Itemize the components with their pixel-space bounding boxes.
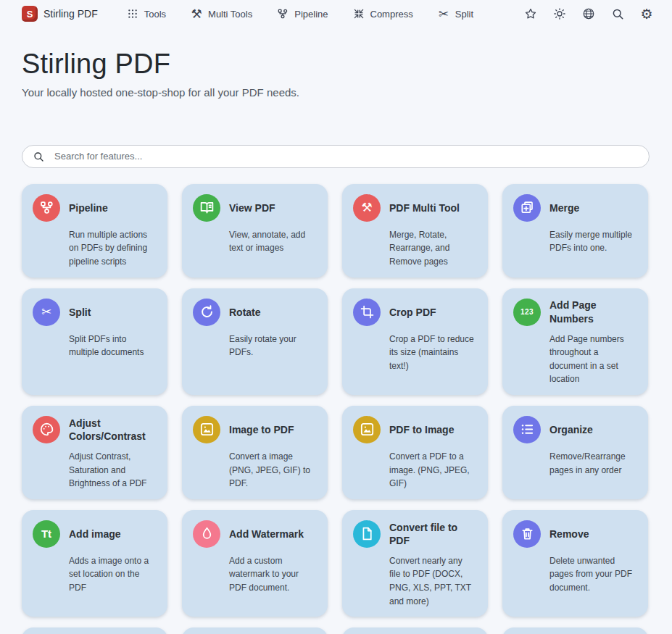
card-description: Remove/Rearrange pages in any order <box>549 450 637 477</box>
file-icon <box>353 520 381 548</box>
card-title: View PDF <box>229 201 275 214</box>
card-title: Rotate <box>229 306 261 319</box>
image-icon <box>193 416 220 443</box>
stirling-logo-icon: S <box>22 6 38 22</box>
card-crop-pdf[interactable]: Crop PDF Crop a PDF to reduce its size (… <box>342 288 488 395</box>
merge-pages-icon <box>513 194 541 222</box>
card-convert-to-pdf[interactable]: Convert file to PDF Convert nearly any f… <box>342 510 488 617</box>
hammer-wrench-icon: ⚒ <box>353 194 381 222</box>
card-split[interactable]: ✂ Split Split PDFs into multiple documen… <box>22 288 167 395</box>
card-image-to-pdf[interactable]: Image to PDF Convert a image (PNG, JPEG,… <box>182 406 328 499</box>
card-title: Adjust Colors/Contrast <box>69 417 157 443</box>
trash-icon <box>513 520 541 548</box>
card-description: Easily merge multiple PDFs into one. <box>549 228 637 255</box>
rotate-icon <box>193 299 220 326</box>
card-title: PDF to Image <box>389 423 454 436</box>
search-icon[interactable] <box>611 7 624 20</box>
card-description: Adds a image onto a set location on the … <box>69 554 157 595</box>
language-globe-icon[interactable] <box>582 7 595 20</box>
card-title: Crop PDF <box>389 306 436 319</box>
card-description: Convert a image (PNG, JPEG, GIF) to PDF. <box>229 450 317 491</box>
card-title: Convert file to PDF <box>389 521 477 547</box>
card-pdf-multi-tool[interactable]: ⚒ PDF Multi Tool Merge, Rotate, Rearrang… <box>342 184 488 278</box>
card-description: Add Page numbers throughout a document i… <box>549 333 637 386</box>
nav-item-multi-tools[interactable]: ⚒ Multi Tools <box>191 8 252 20</box>
card-merge[interactable]: Merge Easily merge multiple PDFs into on… <box>502 184 648 278</box>
pipeline-icon <box>277 8 289 20</box>
card-description: Easily rotate your PDFs. <box>229 333 317 359</box>
page-title: Stirling PDF <box>22 48 650 80</box>
brand-label: Stirling PDF <box>43 8 98 20</box>
card-title: Split <box>69 306 91 319</box>
bullet-list-icon <box>513 416 541 443</box>
card-add-image[interactable]: Tt Add image Adds a image onto a set loc… <box>22 510 167 617</box>
card-change-metadata[interactable]: Change Metadata Change/Remove/Add metada… <box>502 627 648 634</box>
hero: Stirling PDF Your locally hosted one-sto… <box>0 26 672 99</box>
feature-search <box>22 145 650 168</box>
card-add-page-numbers[interactable]: 123 Add Page Numbers Add Page numbers th… <box>502 288 648 395</box>
nav-item-tools[interactable]: Tools <box>127 8 166 20</box>
card-title: Organize <box>549 423 593 436</box>
hammer-wrench-icon: ⚒ <box>191 8 202 20</box>
scissors-icon: ✂ <box>438 8 449 20</box>
page-subtitle: Your locally hosted one-stop-shop for al… <box>22 86 650 99</box>
card-description: Convert nearly any file to PDF (DOCX, PN… <box>389 554 477 608</box>
card-pdf-to-image[interactable]: PDF to Image Convert a PDF to a image. (… <box>342 406 488 499</box>
card-title: Add image <box>69 527 121 541</box>
card-description: Convert a PDF to a image. (PNG, JPEG, GI… <box>389 450 477 491</box>
favourites-star-icon[interactable] <box>524 7 537 20</box>
card-add-password[interactable]: Add Password Encrypt your PDF document w… <box>22 627 167 634</box>
card-remove[interactable]: Remove Delete unwanted pages from your P… <box>502 510 648 617</box>
pipeline-icon <box>33 194 60 222</box>
card-adjust-colors[interactable]: Adjust Colors/Contrast Adjust Contrast, … <box>22 406 167 499</box>
nav-items: Tools ⚒ Multi Tools Pipeline Compress ✂ … <box>127 8 524 20</box>
search-icon <box>33 151 44 162</box>
card-title: Image to PDF <box>229 423 294 436</box>
water-drop-icon <box>193 520 220 548</box>
card-description: Delete unwanted pages from your PDF docu… <box>549 554 637 595</box>
nav-item-compress[interactable]: Compress <box>353 8 413 20</box>
compress-arrows-icon <box>353 8 365 20</box>
card-title: PDF Multi Tool <box>389 201 460 214</box>
nav-actions: ⚙ <box>524 7 653 20</box>
card-compress[interactable]: Compress Compress PDFs to reduce their f… <box>342 627 488 634</box>
card-title: Add Page Numbers <box>549 299 637 325</box>
feature-grid: Pipeline Run multiple actions on PDFs by… <box>22 184 648 634</box>
card-title: Remove <box>549 527 589 541</box>
card-title: Add Watermark <box>229 527 304 541</box>
theme-brightness-icon[interactable] <box>553 7 566 20</box>
nav-item-label: Compress <box>370 9 413 20</box>
card-remove-password[interactable]: Remove Password Remove password protecti… <box>182 627 328 634</box>
nav-item-label: Multi Tools <box>208 9 252 20</box>
grid-icon <box>127 8 138 20</box>
card-pipeline[interactable]: Pipeline Run multiple actions on PDFs by… <box>22 184 167 278</box>
nav-item-label: Split <box>455 9 473 20</box>
card-title: Merge <box>549 201 579 214</box>
text-icon: Tt <box>33 520 60 548</box>
nav-item-pipeline[interactable]: Pipeline <box>277 8 328 20</box>
card-description: Crop a PDF to reduce its size (maintains… <box>389 333 477 373</box>
card-description: Run multiple actions on PDFs by defining… <box>69 228 157 269</box>
card-rotate[interactable]: Rotate Easily rotate your PDFs. <box>182 288 328 395</box>
card-add-watermark[interactable]: Add Watermark Add a custom watermark to … <box>182 510 328 617</box>
settings-gear-icon[interactable]: ⚙ <box>640 7 653 20</box>
search-input[interactable] <box>22 145 650 168</box>
card-title: Pipeline <box>69 201 108 214</box>
card-description: Adjust Contrast, Saturation and Brightne… <box>69 450 157 491</box>
scissors-icon: ✂ <box>33 299 60 326</box>
brand[interactable]: S Stirling PDF <box>22 6 98 22</box>
open-book-icon <box>193 194 220 222</box>
page-numbers-icon: 123 <box>513 299 541 326</box>
crop-icon <box>353 299 381 326</box>
card-description: Split PDFs into multiple documents <box>69 333 157 359</box>
card-view-pdf[interactable]: View PDF View, annotate, add text or ima… <box>182 184 328 278</box>
card-description: Add a custom watermark to your PDF docum… <box>229 554 317 595</box>
card-organize[interactable]: Organize Remove/Rearrange pages in any o… <box>502 406 648 499</box>
nav-item-split[interactable]: ✂ Split <box>438 8 473 20</box>
card-description: View, annotate, add text or images <box>229 228 317 255</box>
nav-item-label: Tools <box>144 9 166 20</box>
palette-icon <box>33 416 60 443</box>
card-description: Merge, Rotate, Rearrange, and Remove pag… <box>389 228 477 269</box>
nav-item-label: Pipeline <box>294 9 328 20</box>
image-icon <box>353 416 381 443</box>
